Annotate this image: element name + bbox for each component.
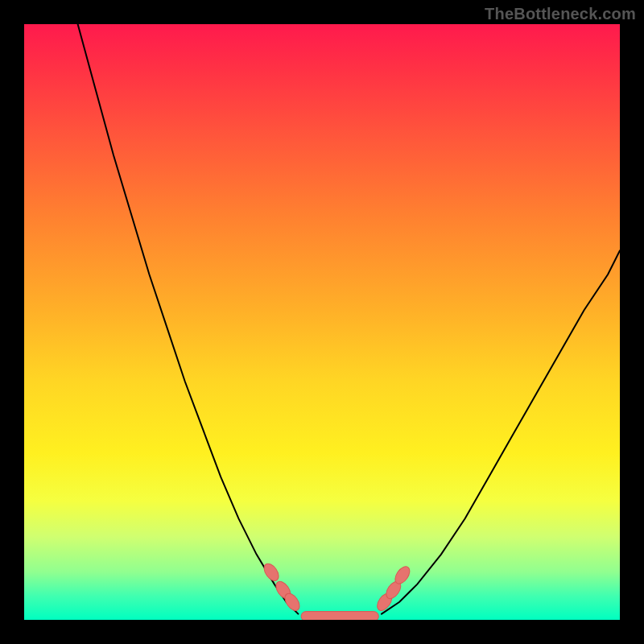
marker-left-0 bbox=[261, 561, 281, 584]
right-curve bbox=[382, 250, 620, 613]
marker-flat-bar bbox=[301, 612, 378, 620]
left-curve bbox=[78, 24, 299, 614]
outer-frame: TheBottleneck.com bbox=[0, 0, 644, 644]
plot-area bbox=[24, 24, 620, 620]
markers-group bbox=[261, 561, 412, 620]
attribution-label: TheBottleneck.com bbox=[485, 5, 636, 23]
chart-svg bbox=[24, 24, 620, 620]
